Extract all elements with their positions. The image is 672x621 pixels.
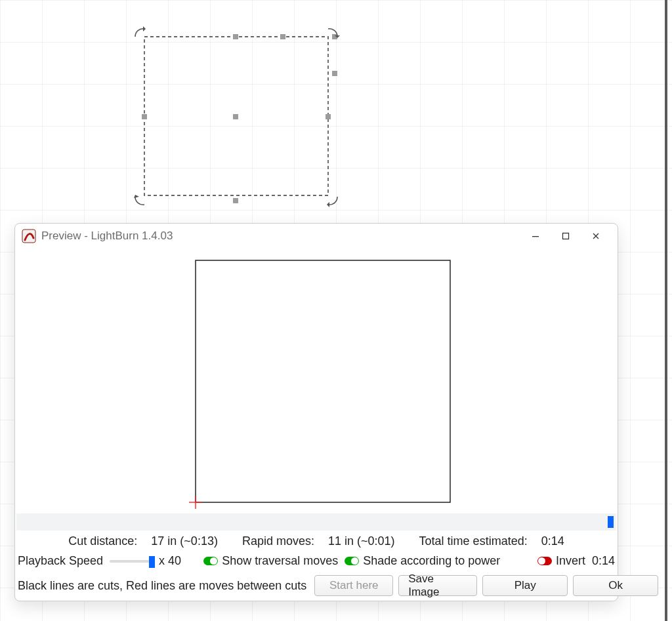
svg-rect-4 [233, 34, 238, 39]
invert-toggle[interactable]: Invert [537, 554, 585, 568]
dialog-title: Preview - LightBurn 1.4.03 [41, 230, 173, 243]
play-button[interactable]: Play [482, 575, 568, 596]
svg-rect-12 [532, 236, 539, 237]
svg-rect-14 [196, 260, 450, 502]
svg-rect-5 [233, 114, 238, 119]
minimize-button[interactable] [520, 226, 551, 246]
titlebar[interactable]: Preview - LightBurn 1.4.03 [15, 224, 618, 249]
maximize-button[interactable] [551, 226, 581, 246]
timeline-thumb[interactable] [608, 516, 614, 528]
start-here-button[interactable]: Start here [314, 575, 393, 596]
playback-speed-value: x 40 [159, 554, 181, 568]
preview-dialog: Preview - LightBurn 1.4.03 Cut distance:… [14, 223, 618, 601]
svg-rect-3 [142, 114, 147, 119]
time-position: 0:14 [592, 554, 615, 568]
legend-text: Black lines are cuts, Red lines are move… [18, 579, 306, 593]
timeline-slider[interactable] [16, 513, 616, 531]
svg-rect-13 [563, 233, 569, 239]
svg-rect-9 [332, 71, 337, 76]
playback-controls: Playback Speed x 40 Show traversal moves… [18, 554, 615, 568]
svg-rect-8 [280, 34, 285, 39]
playback-speed-label: Playback Speed [18, 554, 103, 568]
app-icon [22, 229, 36, 243]
svg-rect-6 [233, 198, 238, 203]
shade-power-toggle[interactable]: Shade according to power [345, 554, 500, 568]
close-button[interactable] [581, 226, 611, 246]
show-traversal-toggle[interactable]: Show traversal moves [203, 554, 338, 568]
svg-rect-1 [665, 0, 667, 621]
playback-speed-slider[interactable] [110, 560, 152, 563]
preview-viewport[interactable] [16, 249, 616, 512]
bottom-bar: Black lines are cuts, Red lines are move… [18, 575, 615, 596]
save-image-button[interactable]: Save Image [398, 575, 477, 596]
stats-line: Cut distance: 17 in (~0:13) Rapid moves:… [15, 534, 618, 548]
ok-button[interactable]: Ok [573, 575, 658, 596]
svg-rect-7 [326, 114, 331, 119]
